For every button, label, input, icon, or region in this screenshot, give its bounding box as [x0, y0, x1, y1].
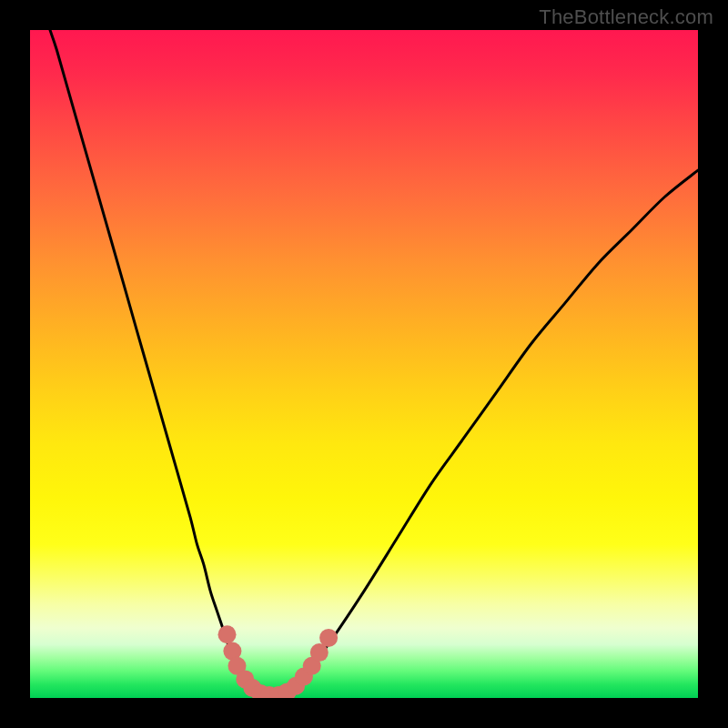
bottleneck-curve	[50, 30, 698, 696]
marker-dot	[319, 629, 338, 647]
curve-markers	[218, 625, 339, 698]
chart-svg	[30, 30, 698, 698]
marker-dot	[218, 625, 237, 643]
chart-frame: TheBottleneck.com	[0, 0, 728, 728]
plot-area	[30, 30, 698, 698]
watermark-text: TheBottleneck.com	[539, 5, 713, 29]
